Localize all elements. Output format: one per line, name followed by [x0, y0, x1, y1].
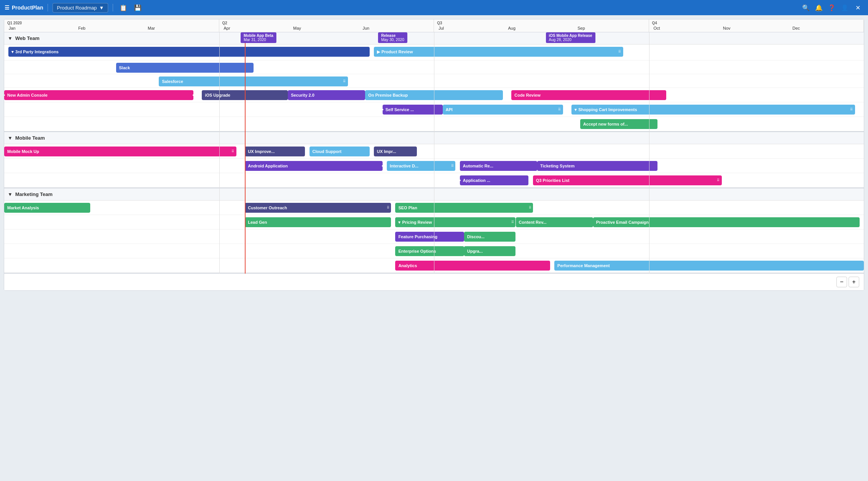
month-sep: Sep: [576, 25, 646, 32]
bar-application[interactable]: Application ...: [460, 175, 529, 185]
bar-ticketing[interactable]: Ticketing System: [537, 161, 657, 171]
roadmap-scroll[interactable]: Q1 2020 Jan Feb Mar Q2 Apr May J: [4, 19, 864, 290]
roadmap-board: Q1 2020 Jan Feb Mar Q2 Apr May J: [4, 19, 864, 291]
marketing-team-title: Marketing Team: [15, 191, 53, 197]
user-button[interactable]: 👤: [839, 2, 850, 13]
bar-label: Customer Outreach: [248, 205, 287, 210]
dot-left: [4, 94, 6, 97]
q3-line: [434, 32, 434, 274]
search-button[interactable]: 🔍: [800, 2, 812, 13]
milestone-mobile-beta: Mobile App BetaMar 31, 2020: [241, 32, 276, 43]
bar-content-rev[interactable]: Content Rev...: [516, 217, 593, 227]
bar-label: Shopping Cart Improvements: [578, 107, 637, 112]
month-jun: Jun: [361, 25, 431, 32]
milestone-mobile-date: Mar 31, 2020: [244, 38, 266, 42]
bar-label: Interactive D...: [390, 164, 418, 168]
bar-label: Product Review: [381, 49, 413, 54]
bar-label: Proactive Email Campaign: [596, 220, 649, 225]
bar-label: Enterprise Options: [398, 249, 436, 253]
bar-label: Automatic Re...: [463, 164, 493, 168]
bar-label: Content Rev...: [519, 220, 547, 225]
quarter-q1: Q1 2020 Jan Feb Mar: [4, 19, 219, 32]
mobile-team-chevron[interactable]: ▾: [9, 135, 11, 141]
bar-self-service[interactable]: Self Service ...: [383, 105, 443, 115]
dropdown-icon: ▼: [99, 5, 104, 11]
bar-slack[interactable]: Slack: [116, 63, 254, 73]
bar-shopping-cart[interactable]: ▾ Shopping Cart Improvements ⠿: [571, 105, 855, 115]
handle-icon: ⠿: [529, 206, 531, 210]
help-button[interactable]: ❓: [826, 2, 838, 13]
month-oct: Oct: [652, 25, 722, 32]
bar-new-admin-console[interactable]: New Admin Console: [4, 90, 193, 100]
bar-code-review[interactable]: Code Review: [511, 90, 666, 100]
milestone-release-date: May 30, 2020: [381, 38, 404, 42]
bar-3rd-party[interactable]: ▾ 3rd Party Integrations: [8, 47, 369, 57]
save-button[interactable]: 💾: [132, 2, 144, 13]
bar-pricing-review[interactable]: ▾ Pricing Review ⠿: [395, 217, 515, 227]
handle-icon: ⠿: [511, 220, 514, 224]
bar-automatic-re[interactable]: Automatic Re...: [460, 161, 537, 171]
bar-interactive-de[interactable]: Interactive D... ⠿: [387, 161, 456, 171]
bar-label: Accept new forms of...: [583, 122, 628, 126]
plan-name: Product Roadmap: [57, 5, 97, 11]
close-button[interactable]: ✕: [852, 2, 863, 13]
marketing-team-chevron[interactable]: ▾: [9, 191, 11, 197]
month-mar: Mar: [146, 25, 216, 32]
bar-proactive-email[interactable]: Proactive Email Campaign: [593, 217, 860, 227]
bar-label: Slack: [119, 65, 130, 70]
app-name: ProductPlan: [12, 5, 43, 11]
bar-q3-priorities[interactable]: Q3 Priorities List ⠿: [533, 175, 722, 185]
bar-label: Ticketing System: [540, 164, 574, 168]
bar-mobile-mockup[interactable]: Mobile Mock Up ⠿: [4, 147, 236, 156]
bar-enterprise-options[interactable]: Enterprise Options: [395, 246, 464, 256]
bar-label: Market Analysis: [7, 205, 39, 210]
bar-performance-mgmt[interactable]: Performance Management: [554, 261, 864, 271]
month-dec: Dec: [791, 25, 861, 32]
bar-android-app[interactable]: Android Application: [245, 161, 382, 171]
bar-ios-upgrade[interactable]: iOS Upgrade: [202, 90, 288, 100]
bar-upgra[interactable]: Upgra...: [464, 246, 515, 256]
bar-discou[interactable]: Discou...: [464, 232, 515, 242]
web-team-chevron[interactable]: ▾: [9, 35, 11, 41]
bar-product-review[interactable]: ▶ Product Review ⠿: [374, 47, 623, 57]
dot-left: [460, 179, 461, 182]
bar-ux-improve2[interactable]: UX Impr...: [374, 147, 417, 156]
bar-label: Mobile Mock Up: [7, 149, 39, 154]
bar-label: Cloud Support: [313, 149, 341, 154]
bar-label: UX Impr...: [377, 149, 396, 154]
quarter-q4: Q4 Oct Nov Dec: [649, 19, 864, 32]
handle-icon: ⠿: [558, 108, 561, 111]
expand-icon: ▶: [377, 49, 380, 54]
zoom-in-button[interactable]: +: [849, 277, 859, 287]
bar-api[interactable]: API ⠿: [443, 105, 563, 115]
collapse-icon: ▾: [11, 49, 14, 54]
dot-right: [381, 164, 383, 167]
copy-button[interactable]: 📋: [118, 2, 129, 13]
bar-cloud-support[interactable]: Cloud Support: [310, 147, 370, 156]
bar-ux-improve1[interactable]: UX Improve...: [245, 147, 305, 156]
quarter-q3: Q3 Jul Aug Sep: [434, 19, 649, 32]
bar-label: Feature Purchasing: [398, 234, 437, 239]
bar-security-2[interactable]: Security 2.0: [288, 90, 365, 100]
month-jan: Jan: [7, 25, 77, 32]
bar-salesforce[interactable]: Salesforce ⠿: [159, 76, 348, 86]
plan-selector[interactable]: Product Roadmap ▼: [53, 3, 108, 13]
q2-label: Q2: [222, 21, 431, 25]
app-logo: ☰ ProductPlan: [5, 5, 43, 11]
milestone-ios-date: Aug 28, 2020: [549, 38, 572, 42]
collapse-icon: ▾: [574, 107, 577, 112]
notifications-button[interactable]: 🔔: [813, 2, 825, 13]
month-may: May: [292, 25, 361, 32]
bar-feature-purchasing[interactable]: Feature Purchasing: [395, 232, 464, 242]
bar-market-analysis[interactable]: Market Analysis: [4, 203, 90, 213]
bar-lead-gen[interactable]: Lead Gen: [245, 217, 391, 227]
zoom-out-button[interactable]: −: [836, 277, 847, 287]
bar-accept-forms[interactable]: Accept new forms of...: [580, 119, 657, 129]
bar-label: Code Review: [514, 93, 540, 97]
handle-icon: ⠿: [850, 108, 853, 111]
bar-analytics[interactable]: Analytics: [395, 261, 550, 271]
handle-icon: ⠿: [231, 150, 234, 153]
bar-label: Upgra...: [467, 249, 483, 253]
bar-customer-outreach[interactable]: Customer Outreach ⠿: [245, 203, 391, 213]
bar-seo-plan[interactable]: SEO Plan ⠿: [395, 203, 533, 213]
